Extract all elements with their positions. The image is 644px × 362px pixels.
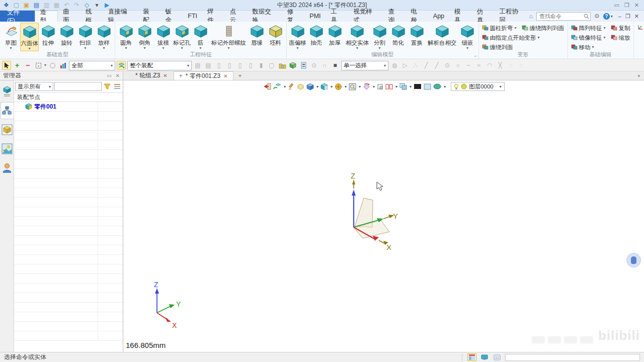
dropdown-caret-icon[interactable]: ▾ <box>515 26 517 30</box>
dropdown-caret-icon[interactable]: ▾ <box>604 36 606 40</box>
filter-funnel-icon[interactable] <box>103 82 112 91</box>
ribbon-button-复制[interactable]: 复制 <box>609 24 632 33</box>
dropdown-caret-icon[interactable]: ▾ <box>10 46 12 50</box>
panel-close-icon[interactable]: ✕ <box>116 73 120 78</box>
command-search-input[interactable] <box>536 12 591 21</box>
new-tab-button[interactable]: + <box>233 71 247 80</box>
tab-close-icon[interactable]: ✕ <box>163 73 167 78</box>
panel-pin-icon[interactable]: ▭ <box>107 73 111 78</box>
ribbon-button-旋转[interactable]: 旋转 <box>57 23 76 50</box>
save-file-icon[interactable]: ▤ <box>32 1 41 10</box>
split-view-icon[interactable] <box>385 83 393 90</box>
zoom-window-icon[interactable] <box>349 83 356 90</box>
ribbon-button-唇缘[interactable]: 唇缘 <box>248 23 266 50</box>
dropdown-caret-icon[interactable]: ▾ <box>284 84 286 89</box>
home-icon[interactable]: ⌂ <box>529 13 533 20</box>
ribbon-button-坯料[interactable]: 坯料 <box>266 23 285 50</box>
dropdown-caret-icon[interactable]: ▾ <box>359 84 361 89</box>
dropdown-caret-icon[interactable]: ▾ <box>373 84 375 89</box>
ribbon-button-解析自相交[interactable]: 解析自相交 <box>426 23 458 50</box>
dropdown-caret-icon[interactable]: ▾ <box>592 45 594 49</box>
exit-icon[interactable] <box>263 83 271 90</box>
datum-csys-graphic[interactable]: Z Y X <box>335 168 430 264</box>
doc-close[interactable]: ✕ <box>634 13 639 20</box>
ribbon-button-基准CSYS[interactable]: 基准CSYS▾ <box>635 24 644 33</box>
dropdown-caret-icon[interactable]: ▾ <box>227 46 229 50</box>
status-input-field[interactable] <box>505 354 640 361</box>
viewport-3d[interactable]: ▾▾▾▾▾▾▾▾▾ 图层0000 ▾ Z Y X <box>123 80 644 352</box>
erase-icon[interactable] <box>288 83 295 90</box>
open-in-session-icon[interactable] <box>278 61 287 70</box>
ribbon-button-标记孔[interactable]: 标记孔▾ <box>173 23 191 50</box>
menu-tab-造型[interactable]: 造型 <box>35 11 58 22</box>
ribbon-button-圆柱折弯[interactable]: 圆柱折弯▾ <box>480 24 518 33</box>
ribbon-button-放样[interactable]: 放样▾ <box>95 23 113 50</box>
regen-select-icon[interactable] <box>117 61 126 70</box>
menu-tab-直接编辑[interactable]: 直接编辑 <box>103 11 138 22</box>
ribbon-button-由指定点开始变形[interactable]: 由指定点开始变形▾ <box>480 33 541 42</box>
window-close[interactable]: ✕ <box>634 2 639 9</box>
tree-search-input[interactable] <box>54 82 102 91</box>
dropdown-caret-icon[interactable]: ▾ <box>143 46 145 50</box>
menu-tab-点云[interactable]: 点云 <box>225 11 248 22</box>
ribbon-button-置换[interactable]: 置换 <box>408 23 426 50</box>
render-manager-icon[interactable] <box>1 140 14 157</box>
menu-tab-数据交换[interactable]: 数据交换 <box>247 11 282 22</box>
section-view-icon[interactable] <box>320 83 328 90</box>
dropdown-caret-icon[interactable]: ▾ <box>162 46 164 50</box>
menu-tab-工程协同[interactable]: 工程协同 <box>494 11 529 22</box>
dropdown-caret-icon[interactable]: ▾ <box>199 46 201 50</box>
view-cube-icon[interactable] <box>306 83 314 90</box>
ribbon-button-缠绕阵列到面[interactable]: 缠绕阵列到面 <box>520 24 566 33</box>
ribbon-button-简化[interactable]: 简化 <box>389 23 408 50</box>
view-wheel-icon[interactable] <box>335 83 342 90</box>
list-toggle-icon[interactable] <box>493 353 502 361</box>
ribbon-button-倒角[interactable]: 倒角▾ <box>135 23 154 50</box>
settings-gear-icon[interactable]: ⚙ <box>594 13 600 20</box>
ribbon-button-阵列特征[interactable]: 阵列特征▾ <box>570 24 607 33</box>
add-pick-icon[interactable]: + <box>13 61 22 70</box>
menu-tab-线框[interactable]: 线框 <box>80 11 103 22</box>
dropdown-caret-icon[interactable]: ▾ <box>395 84 397 89</box>
ribbon-button-抽壳[interactable]: 抽壳 <box>307 23 326 50</box>
ribbon-button-拉伸[interactable]: 拉伸 <box>39 23 57 50</box>
dropdown-caret-icon[interactable]: ▾ <box>187 63 189 68</box>
dropdown-caret-icon[interactable]: ▾ <box>296 46 298 50</box>
tree-column-header[interactable]: 装配节点 <box>14 93 123 102</box>
menu-tab-电极[interactable]: 电极 <box>406 11 428 22</box>
ribbon-button-镶嵌[interactable]: 镶嵌▾ <box>458 23 477 50</box>
box-select-icon[interactable]: + <box>34 61 43 70</box>
menu-tab-工具[interactable]: 工具 <box>326 11 349 22</box>
menu-tab-钣金[interactable]: 钣金 <box>160 11 183 22</box>
ribbon-button-草图[interactable]: 草图▾ <box>2 23 20 50</box>
menu-tab-FTI[interactable]: FTI <box>183 11 202 22</box>
dropdown-caret-icon[interactable]: ▾ <box>316 84 318 89</box>
layer-dropdown[interactable]: 图层0000 ▾ <box>451 82 505 91</box>
monitor-icon[interactable] <box>480 353 489 361</box>
menu-tab-焊件[interactable]: 焊件 <box>202 11 225 22</box>
dropdown-caret-icon[interactable]: ▾ <box>356 46 358 50</box>
dropdown-caret-icon[interactable]: ▾ <box>604 26 606 30</box>
manager-cube-icon[interactable] <box>1 83 14 100</box>
window-minimize[interactable]: ▭ <box>614 2 619 9</box>
document-tab-零件001.Z3[interactable]: +* 零件001.Z3✕ <box>174 71 233 80</box>
ribbon-button-扫掠[interactable]: 扫掠▾ <box>76 23 95 50</box>
grid-toggle-icon[interactable] <box>467 353 476 361</box>
dropdown-caret-icon[interactable]: ▾ <box>84 46 86 50</box>
dropdown-caret-icon[interactable]: ▾ <box>538 36 540 40</box>
ribbon-button-缩放[interactable]: 缩放 <box>609 33 632 42</box>
menu-tab-仿真[interactable]: 仿真 <box>472 11 495 22</box>
cascade-windows-icon[interactable] <box>399 83 407 90</box>
filter-all-dropdown[interactable]: 全部▾ <box>69 61 115 70</box>
remove-pick-icon[interactable]: − <box>23 61 32 70</box>
pick-mode-dropdown[interactable]: 单一选择▾ <box>341 61 388 70</box>
unfold-icon[interactable] <box>297 83 304 90</box>
ribbon-button-分割[interactable]: 分割▾ <box>370 23 389 50</box>
dropdown-caret-icon[interactable]: ▾ <box>44 63 46 67</box>
menu-tab-查询[interactable]: 查询 <box>383 11 406 22</box>
ribbon-button-镜像特征[interactable]: 镜像特征▾ <box>570 33 607 42</box>
tree-row[interactable]: 零件001 <box>14 102 123 112</box>
single-pick-icon[interactable]: ■ <box>331 61 340 70</box>
doc-restore[interactable]: ❐ <box>625 13 630 20</box>
session-doc-icon[interactable] <box>299 61 308 70</box>
